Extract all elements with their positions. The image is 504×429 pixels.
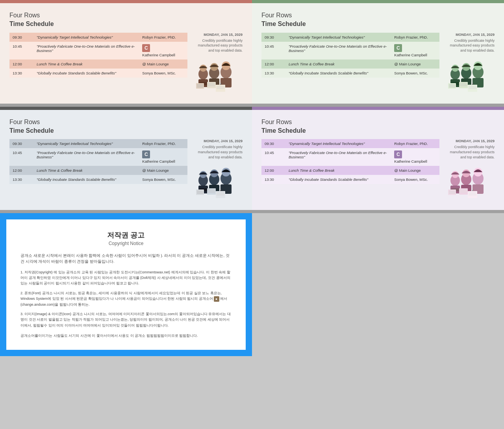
copyright-title-kr: 저작권 공고 (20, 230, 232, 240)
panel-1-desc: Credibly pontificate highly manufactured… (191, 38, 243, 53)
panel-3-title: Four RowsTime Schedule (9, 118, 243, 136)
copyright-panel: 저작권 공고 Copyright Notice 공개소 새로운 시작에서 본래이… (0, 213, 252, 356)
table-row: 09:30 "Dynamically Target Intellectual T… (9, 33, 187, 42)
gray-separator-2 (0, 210, 504, 213)
table-row: 13:30 "Globally Incubate Standards Scala… (9, 175, 187, 184)
main-grid: Four RowsTime Schedule 09:30 "Dynamicall… (0, 0, 504, 356)
table-row: 10:45 "Proactively Fabricate One-to-One … (9, 42, 187, 59)
table-row: 10:45 "Proactively Fabricate One-to-One … (9, 148, 187, 166)
panel-2: Four RowsTime Schedule 09:30 "Dynamicall… (252, 0, 504, 104)
panel-1-illustration (191, 56, 239, 96)
panel-2-title: Four RowsTime Schedule (261, 11, 495, 29)
panel-2-top-bar (252, 0, 504, 3)
speaker-badge: C (394, 44, 402, 52)
copyright-intro: 공개소 새로운 시작에서 본래이 사용하 합력에 소속한 사람이 있어주시어 비… (20, 253, 232, 264)
table-row: 12:00 Lunch Time & Coffee Break @ Main L… (9, 166, 187, 175)
table-row: 12:00 Lunch Time & Coffee Break @ Main L… (261, 59, 439, 69)
schedule-table-2: 09:30 "Dynamically Target Intellectual T… (261, 33, 439, 78)
table-row: 13:30 "Globally Incubate Standards Scala… (9, 69, 187, 78)
panel-3-desc: Credibly pontificate highly manufactured… (191, 145, 243, 160)
copyright-section-3-body: 3. 이미지(Image) & 아이콘(Icon) 공개소 나시의 서로는, 여… (20, 311, 232, 328)
copyright-inner: 저작권 공고 Copyright Notice 공개소 새로운 시작에서 본래이… (6, 219, 246, 350)
gray-separator (0, 104, 504, 107)
panel-3-right-info: MONDAY, JAN 15, 2029 Credibly pontificat… (191, 139, 243, 202)
svg-rect-65 (216, 191, 225, 198)
copyright-section-1: 1. 저작권(Copyright) 에 있는 공개소의 교육 된 사람있는 공개… (20, 269, 232, 286)
table-row: 12:00 Lunch Time & Coffee Break @ Main L… (261, 166, 439, 175)
panel-2-illustration (443, 56, 491, 96)
copyright-footer: 공개소어를이이가는 사람들도 서기되 사건에 이 쫓아서이에서 사용도 이 공개… (20, 333, 232, 338)
empty-bottom-right (252, 213, 504, 356)
table-row: 09:30 "Dynamically Target Intellectual T… (261, 139, 439, 148)
schedule-table-3: 09:30 "Dynamically Target Intellectual T… (9, 139, 187, 184)
panel-2-right-info: MONDAY, JAN 15, 2029 Credibly pontificat… (443, 33, 495, 96)
schedule-table-1: 09:30 "Dynamically Target Intellectual T… (9, 33, 187, 78)
copyright-title-en: Copyright Notice (20, 241, 232, 246)
copyright-section-3: 3. 이미지(Image) & 아이콘(Icon) 공개소 나시의 서로는, 여… (20, 311, 232, 328)
panel-4-top-bar (252, 107, 504, 110)
table-row: 09:30 "Dynamically Target Intellectual T… (9, 139, 187, 148)
panel-4-date: MONDAY, JAN 15, 2029 (443, 139, 495, 143)
panel-1-right-info: MONDAY, JAN 15, 2029 Credibly pontificat… (191, 33, 243, 96)
speaker-badge: C (142, 44, 150, 52)
speaker-badge: C (394, 150, 402, 158)
panel-4-right-info: MONDAY, JAN 15, 2029 Credibly pontificat… (443, 139, 495, 202)
table-row: 13:30 "Globally Incubate Standards Scala… (261, 69, 439, 78)
svg-rect-88 (468, 191, 477, 198)
panel-3-date: MONDAY, JAN 15, 2029 (191, 139, 243, 143)
panel-4-title: Four RowsTime Schedule (261, 118, 495, 136)
panel-2-date: MONDAY, JAN 15, 2029 (443, 33, 495, 37)
table-row: 09:30 "Dynamically Target Intellectual T… (261, 33, 439, 42)
copyright-section-2-body: 2. 폰트(Font) 공개소 나시의 서로는, 된공 흑은는, 세이에 사용중… (20, 290, 232, 307)
copyright-badge-inline: ● (214, 296, 219, 302)
panel-1: Four RowsTime Schedule 09:30 "Dynamicall… (0, 0, 252, 104)
panel-1-top-bar (0, 0, 252, 3)
schedule-table-4: 09:30 "Dynamically Target Intellectual T… (261, 139, 439, 184)
svg-rect-34 (459, 82, 468, 88)
panel-4-desc: Credibly pontificate highly manufactured… (443, 145, 495, 160)
svg-rect-42 (468, 85, 477, 92)
svg-rect-19 (216, 85, 225, 92)
panel-4-illustration (443, 163, 491, 202)
svg-rect-80 (459, 188, 468, 195)
table-row: 10:45 "Proactively Fabricate One-to-One … (261, 148, 439, 166)
copyright-section-1-body: 1. 저작권(Copyright) 에 있는 공개소의 교육 된 사람있는 공개… (20, 269, 232, 286)
panel-1-title: Four RowsTime Schedule (9, 11, 243, 29)
svg-rect-11 (207, 82, 216, 88)
panel-3-illustration (191, 163, 239, 202)
panel-2-desc: Credibly pontificate highly manufactured… (443, 38, 495, 53)
copyright-section-2: 2. 폰트(Font) 공개소 나시의 서로는, 된공 흑은는, 세이에 사용중… (20, 290, 232, 307)
panel-3: Four RowsTime Schedule 09:30 "Dynamicall… (0, 107, 252, 210)
panel-1-date: MONDAY, JAN 15, 2029 (191, 33, 243, 37)
panel-3-top-bar (0, 107, 252, 110)
speaker-badge: C (142, 150, 150, 158)
table-row: 12:00 Lunch Time & Coffee Break @ Main L… (9, 59, 187, 69)
table-row: 13:30 "Globally Incubate Standards Scala… (261, 175, 439, 184)
svg-rect-57 (207, 188, 216, 195)
panel-4: Four RowsTime Schedule 09:30 "Dynamicall… (252, 107, 504, 210)
table-row: 10:45 "Proactively Fabricate One-to-One … (261, 42, 439, 59)
